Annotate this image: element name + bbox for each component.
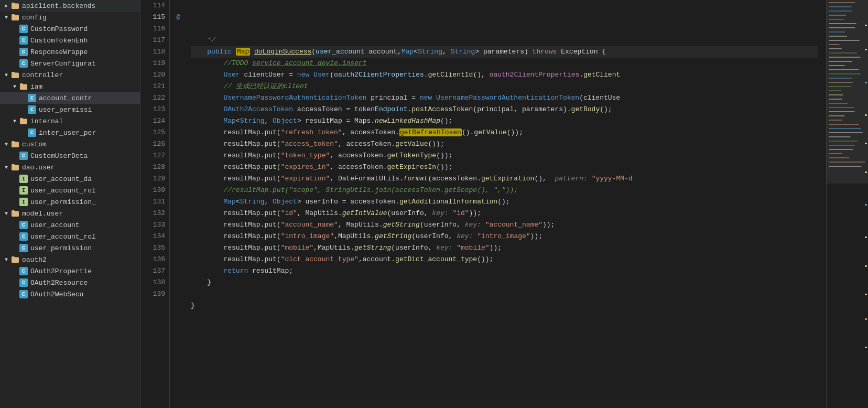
folder-arrow-config: ▼ bbox=[2, 13, 10, 22]
folder-icon bbox=[10, 70, 20, 80]
tree-item-label: user_account_da bbox=[30, 175, 92, 183]
folder-icon bbox=[19, 116, 28, 126]
sidebar-item-CustomUserDeta[interactable]: CCustomUserDeta bbox=[0, 150, 140, 162]
class-c-icon: C bbox=[19, 266, 28, 276]
annotation bbox=[170, 104, 187, 115]
class-c-icon: C bbox=[19, 232, 28, 241]
sidebar-item-OAuth2WebSecu[interactable]: COAuth2WebSecu bbox=[0, 288, 140, 300]
sidebar-item-user_account_da[interactable]: Iuser_account_da bbox=[0, 173, 140, 185]
folder-icon bbox=[10, 209, 20, 218]
annotation bbox=[170, 92, 187, 104]
folder-icon bbox=[19, 82, 28, 91]
annotations-column: @ bbox=[170, 0, 187, 408]
folder-arrow-iam: ▼ bbox=[10, 82, 19, 91]
sidebar-item-user_account_rol2[interactable]: Cuser_account_rol bbox=[0, 231, 140, 242]
class-c-icon: C bbox=[19, 151, 28, 160]
tree-item-label: user_permissi bbox=[39, 106, 92, 114]
folder-arrow-apiclient.backends: ▶ bbox=[2, 2, 10, 10]
annotation bbox=[170, 277, 187, 288]
code-content[interactable]: */ public Map doLoginSuccess(user_accoun… bbox=[187, 0, 826, 408]
sidebar-item-OAuth2Propertie[interactable]: COAuth2Propertie bbox=[0, 265, 140, 277]
tree-item-label: account_contr bbox=[39, 94, 92, 102]
tree-item-label: OAuth2Propertie bbox=[30, 267, 92, 275]
sidebar-item-inter_user_per[interactable]: Cinter_user_per bbox=[0, 127, 140, 138]
sidebar-item-dao.user[interactable]: ▼dao.user bbox=[0, 162, 140, 173]
line-number: 127 bbox=[140, 150, 165, 162]
line-number: 118 bbox=[140, 46, 165, 58]
tree-item-label: OAuth2Resource bbox=[30, 279, 88, 287]
sidebar-item-OAuth2Resource[interactable]: COAuth2Resource bbox=[0, 277, 140, 288]
tree-item-label: user_account_rol bbox=[30, 233, 96, 241]
annotation bbox=[170, 185, 187, 196]
sidebar-item-user_permissi[interactable]: Cuser_permissi bbox=[0, 104, 140, 115]
annotation: @ bbox=[170, 12, 187, 23]
class-c-icon: C bbox=[19, 278, 28, 287]
code-line bbox=[191, 312, 818, 323]
code-line: resultMap.put("id", MapUtils.getIntValue… bbox=[191, 208, 818, 219]
annotation bbox=[170, 150, 187, 162]
code-editor: 1141151161171181191201211221231241251261… bbox=[140, 0, 868, 408]
sidebar-item-ResponseWrappe[interactable]: CResponseWrappe bbox=[0, 46, 140, 58]
sidebar-item-model.user[interactable]: ▼model.user bbox=[0, 208, 140, 219]
sidebar-item-config[interactable]: ▼config bbox=[0, 12, 140, 23]
sidebar-item-ServerConfigurat[interactable]: CServerConfigurat bbox=[0, 58, 140, 69]
code-line: OAuth2AccessToken accessToken = tokenEnd… bbox=[191, 104, 818, 115]
sidebar-item-CustomPassword[interactable]: CCustomPassword bbox=[0, 23, 140, 35]
code-line: User clientUser = new User(oauth2ClientP… bbox=[191, 69, 818, 81]
sidebar-item-user_permission2[interactable]: Cuser_permission bbox=[0, 242, 140, 254]
code-line bbox=[191, 288, 818, 300]
code-line: resultMap.put("refresh_token", accessTok… bbox=[191, 127, 818, 138]
line-number: 119 bbox=[140, 58, 165, 69]
code-line: resultMap.put("dict_account_type",accoun… bbox=[191, 254, 818, 265]
code-line: UsernamePasswordAuthenticationToken prin… bbox=[191, 92, 818, 104]
line-number: 135 bbox=[140, 242, 165, 254]
tree-item-label: CustomTokenEnh bbox=[30, 37, 88, 45]
code-line: resultMap.put("access_token", accessToke… bbox=[191, 138, 818, 150]
annotation bbox=[170, 196, 187, 208]
line-number: 134 bbox=[140, 231, 165, 242]
file-tree[interactable]: ▶apiclient.backends▼configCCustomPasswor… bbox=[0, 0, 140, 408]
annotation bbox=[170, 127, 187, 138]
line-number: 133 bbox=[140, 219, 165, 231]
sidebar-item-apiclient.backends[interactable]: ▶apiclient.backends bbox=[0, 0, 140, 12]
tree-item-label: dao.user bbox=[22, 164, 55, 171]
code-line: // 生成已经认证的client bbox=[191, 81, 818, 92]
sidebar-item-user_permission_[interactable]: Iuser_permission_ bbox=[0, 196, 140, 208]
sidebar-item-controller[interactable]: ▼controller bbox=[0, 69, 140, 81]
code-line: } bbox=[191, 277, 818, 288]
sidebar-item-user_account[interactable]: Cuser_account bbox=[0, 219, 140, 231]
annotation bbox=[170, 58, 187, 69]
folder-arrow-internal: ▼ bbox=[10, 117, 19, 125]
code-line: resultMap.put("expires_in", accessToken.… bbox=[191, 162, 818, 173]
annotation bbox=[170, 0, 187, 12]
sidebar-item-custom[interactable]: ▼custom bbox=[0, 138, 140, 150]
sidebar-item-CustomTokenEnh[interactable]: CCustomTokenEnh bbox=[0, 35, 140, 46]
code-line: return resultMap; bbox=[191, 265, 818, 277]
code-line: resultMap.put("token_type", accessToken.… bbox=[191, 150, 818, 162]
code-area: 1141151161171181191201211221231241251261… bbox=[140, 0, 868, 408]
sidebar-item-user_account_rol[interactable]: Iuser_account_rol bbox=[0, 185, 140, 196]
code-line: Map<String, Object> resultMap = Maps.new… bbox=[191, 115, 818, 127]
line-number: 137 bbox=[140, 265, 165, 277]
sidebar-item-iam[interactable]: ▼iam bbox=[0, 81, 140, 92]
folder-arrow-dao.user: ▼ bbox=[2, 163, 10, 171]
code-line: resultMap.put("intro_image",MapUtils.get… bbox=[191, 231, 818, 242]
line-number: 136 bbox=[140, 254, 165, 265]
line-number: 138 bbox=[140, 277, 165, 288]
annotation bbox=[170, 231, 187, 242]
code-line: Map<String, Object> userInfo = accessTok… bbox=[191, 196, 818, 208]
annotation bbox=[170, 115, 187, 127]
tree-item-label: controller bbox=[22, 71, 63, 79]
folder-arrow-model.user: ▼ bbox=[2, 209, 10, 218]
line-number: 122 bbox=[140, 92, 165, 104]
class-c-icon: C bbox=[19, 24, 28, 34]
sidebar-item-oauth2[interactable]: ▼oauth2 bbox=[0, 254, 140, 265]
code-line: //TODO service_account_devie.insert bbox=[191, 58, 818, 69]
line-number: 117 bbox=[140, 35, 165, 46]
minimap bbox=[826, 0, 868, 408]
annotation bbox=[170, 265, 187, 277]
sidebar-item-account_contr[interactable]: Caccount_contr bbox=[0, 92, 140, 104]
class-i-icon: I bbox=[19, 197, 28, 207]
sidebar-item-internal[interactable]: ▼internal bbox=[0, 115, 140, 127]
tree-item-label: user_permission bbox=[30, 244, 92, 252]
